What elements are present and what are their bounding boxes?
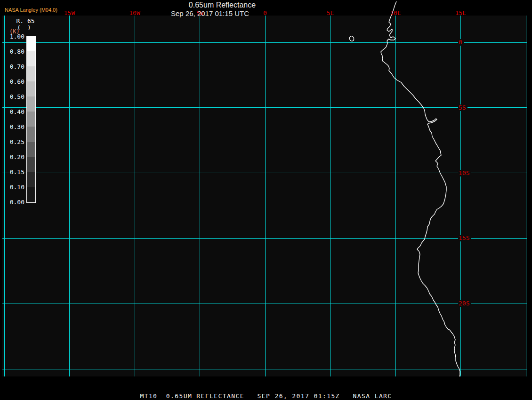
satellite-product-view: 1.000.800.700.600.500.400.300.250.200.15… xyxy=(0,0,532,400)
lon-label: 10E xyxy=(380,10,411,16)
lat-label: 10S xyxy=(458,170,471,176)
lon-label: 10W xyxy=(120,10,150,16)
footer-caption: MT10 0.65UM REFLECTANCE SEP 26, 2017 01:… xyxy=(140,392,392,400)
lon-label: 5E xyxy=(315,10,346,16)
page-title: 0.65um Reflectance xyxy=(189,1,256,9)
credit-label: NASA Langley (M04.0) xyxy=(5,7,57,13)
island-outline xyxy=(349,35,355,41)
colorbar-units-alt: (K) xyxy=(9,28,20,35)
colorbar-title: R. 65 xyxy=(16,17,34,24)
lat-label: 0 xyxy=(458,39,464,46)
lat-label: 5S xyxy=(458,104,468,111)
coastline xyxy=(381,1,460,376)
lon-label: 15W xyxy=(55,10,85,16)
lat-label: 15S xyxy=(458,235,471,241)
lon-label: 15E xyxy=(446,10,476,16)
lon-label: 0 xyxy=(250,10,280,16)
timestamp-subtitle: Sep 26, 2017 01:15 UTC xyxy=(171,9,249,17)
coastline-layer xyxy=(0,0,532,400)
lat-label: 20S xyxy=(458,300,471,307)
